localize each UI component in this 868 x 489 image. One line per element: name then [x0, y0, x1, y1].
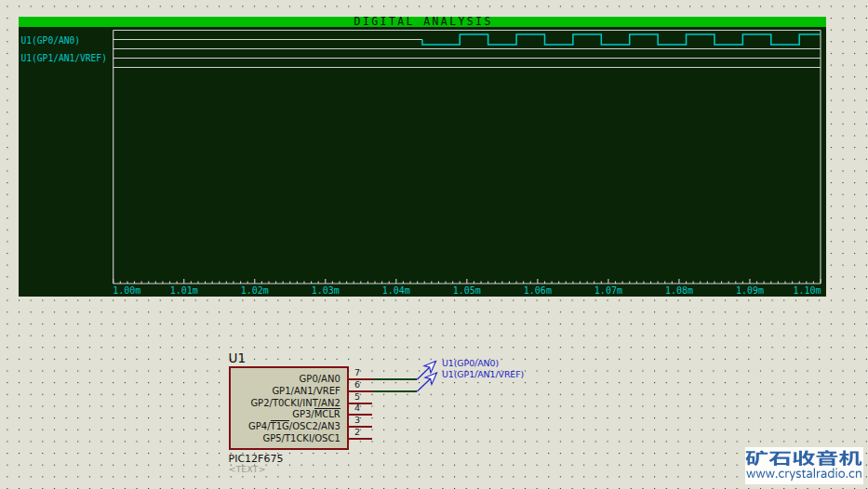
- pin-number-6: 6: [354, 379, 360, 390]
- probe-label-gp0[interactable]: U1(GP0/AN0): [442, 358, 499, 369]
- pin-number-2: 2: [354, 427, 360, 437]
- pin-label-gp1: GP1/AN1/VREF: [272, 386, 340, 397]
- waveform-trace-0: [422, 34, 821, 45]
- component-value[interactable]: PIC12F675: [229, 454, 284, 464]
- pin-number-7: 7: [354, 367, 360, 377]
- x-tick-label: 1.04m: [382, 285, 410, 296]
- component-text-placeholder: <TEXT>: [229, 465, 266, 474]
- waveform-plot: 1.00m1.01m1.02m1.03m1.04m1.05m1.06m1.07m…: [19, 17, 826, 297]
- pin-label-gp0: GP0/AN0: [300, 374, 341, 385]
- pin-stub-6[interactable]: [349, 390, 372, 392]
- x-tick-label: 1.07m: [594, 285, 622, 296]
- x-tick-label: 1.02m: [241, 285, 269, 296]
- pin-number-3: 3: [354, 415, 360, 425]
- pin-stub-5[interactable]: [349, 403, 372, 404]
- pin-label-gp5: GP5/T1CKI/OSC1: [262, 433, 340, 444]
- x-tick-label: 1.09m: [736, 285, 764, 296]
- component-refdes[interactable]: U1: [229, 352, 246, 364]
- x-tick-label: 1.05m: [453, 285, 481, 296]
- pin-stub-4[interactable]: [349, 414, 372, 416]
- pin-label-gp2: GP2/T0CKI/INT/AN2: [250, 398, 340, 409]
- x-tick-label: 1.03m: [312, 285, 340, 296]
- watermark-box: [745, 447, 863, 485]
- wire-gp1[interactable]: [372, 390, 418, 392]
- x-tick-label: 1.08m: [665, 285, 693, 296]
- x-tick-label: 1.01m: [170, 285, 198, 296]
- schematic-canvas: DIGITAL ANALYSIS U1(GP0/AN0) U1(GP1/AN1/…: [0, 0, 868, 489]
- x-tick-label: 1.06m: [524, 285, 552, 296]
- pin-label-gp4: GP4/T1G/OSC2/AN3: [248, 421, 341, 432]
- x-tick-label: 1.00m: [113, 285, 140, 296]
- wire-gp0[interactable]: [372, 378, 418, 380]
- probe-label-gp1[interactable]: U1(GP1/AN1/VREF): [442, 369, 524, 380]
- pin-label-gp3: GP3/MCLR: [292, 409, 341, 420]
- pin-stub-3[interactable]: [349, 426, 372, 428]
- digital-analysis-window[interactable]: DIGITAL ANALYSIS U1(GP0/AN0) U1(GP1/AN1/…: [19, 17, 826, 297]
- x-tick-label: 1.10m: [793, 285, 821, 296]
- pin-stub-2[interactable]: [349, 438, 372, 440]
- pin-stub-7[interactable]: [349, 378, 372, 380]
- pin-number-5: 5: [354, 391, 360, 402]
- pin-number-4: 4: [354, 403, 360, 413]
